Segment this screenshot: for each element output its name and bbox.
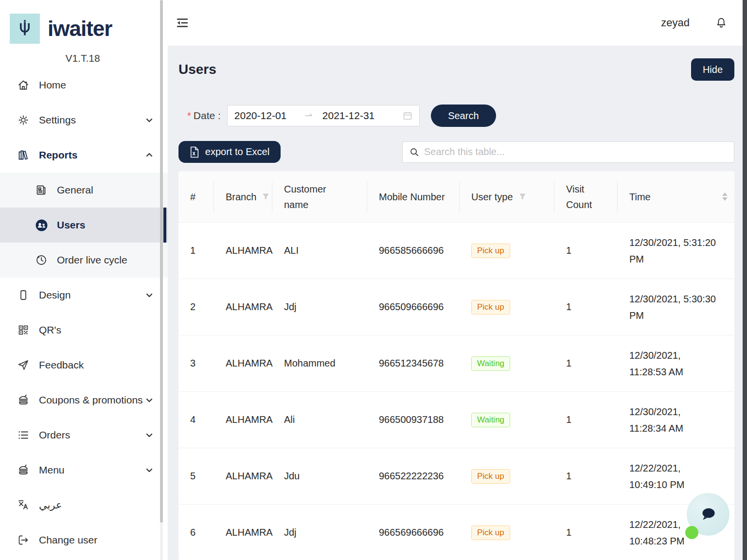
sidebar-scrollbar[interactable] (160, 0, 163, 523)
hide-button[interactable]: Hide (691, 58, 734, 81)
column-header-customer-name: Customer name (272, 171, 367, 222)
chevron-down-icon (145, 396, 153, 404)
table-row: 5 ALHAMRA Jdu 966522222236 Pick up 1 12/… (178, 448, 734, 505)
user-type-tag: Waiting (471, 413, 510, 427)
sidebar-item-change-user[interactable]: Change user (0, 523, 168, 558)
cell-branch: ALHAMRA (214, 301, 272, 313)
sidebar-item-users[interactable]: Users (0, 208, 168, 243)
users-table-card: # Branch Customer name Mobile Number Use… (178, 171, 734, 560)
range-arrow-icon (305, 113, 313, 119)
qr-icon (17, 324, 30, 336)
cell-user-type: Pick up (460, 244, 554, 258)
cell-index: 4 (178, 414, 214, 425)
column-header-index: # (178, 171, 214, 222)
sidebar-item-home[interactable]: Home (0, 68, 168, 103)
chevron-down-icon (145, 291, 153, 299)
main-area: zeyad Users Hide * Date : Sea (168, 0, 747, 560)
column-header-user-type: User type (460, 171, 554, 222)
cell-index: 3 (178, 358, 214, 369)
cell-mobile: 966522222236 (367, 471, 460, 482)
user-menu[interactable]: zeyad (661, 17, 690, 29)
newspaper-icon (35, 184, 48, 196)
home-icon (17, 79, 30, 91)
cell-time: 12/30/2021, 5:31:20 PM (618, 234, 734, 267)
search-button[interactable]: Search (431, 105, 496, 127)
column-header-time: Time (618, 171, 734, 222)
required-asterisk: * (187, 110, 191, 122)
sidebar-item-order-live-cycle[interactable]: Order live cycle (0, 243, 168, 278)
cell-customer: Jdj (272, 527, 367, 538)
table-row: 4 ALHAMRA Ali 966500937188 Waiting 1 12/… (178, 392, 734, 448)
sidebar-item-reports[interactable]: Reports (0, 138, 168, 173)
filter-funnel-icon[interactable] (519, 193, 526, 200)
clock-icon (35, 254, 48, 266)
cell-user-type: Pick up (460, 469, 554, 484)
user-type-tag: Pick up (471, 244, 510, 258)
cell-time: 12/30/2021, 11:28:34 AM (618, 403, 734, 437)
date-from-input[interactable] (234, 110, 295, 122)
column-header-mobile-number: Mobile Number (367, 171, 460, 222)
column-header-visit-count: Visit Count (554, 171, 618, 222)
cell-user-type: Waiting (460, 413, 554, 427)
sidebar-item-label: Users (57, 219, 153, 231)
chat-widget[interactable] (687, 493, 729, 536)
sidebar-item-arabic-language[interactable]: عربي (0, 488, 168, 523)
filter-funnel-icon[interactable] (262, 193, 269, 200)
sidebar-item-orders[interactable]: Orders (0, 418, 168, 453)
sidebar-item-feedback[interactable]: Feedback (0, 348, 168, 383)
menu-fold-icon[interactable] (176, 16, 189, 30)
export-excel-button[interactable]: export to Excel (178, 141, 281, 163)
books-icon (17, 149, 30, 161)
cell-time: 12/22/2021, 10:49:10 PM (618, 460, 734, 493)
page-scrollbar[interactable] (743, 0, 747, 560)
sidebar-item-menu[interactable]: Menu (0, 453, 168, 488)
sidebar-item-label: Change user (39, 534, 153, 546)
cell-customer: Ali (272, 414, 367, 425)
sort-carets-icon[interactable] (722, 192, 728, 201)
sidebar-item-design[interactable]: Design (0, 278, 168, 313)
gear-icon (17, 114, 30, 126)
online-status-dot (685, 526, 698, 539)
table-search-input[interactable] (424, 146, 727, 158)
table-search-box[interactable] (402, 141, 734, 163)
cell-customer: Jdj (272, 301, 367, 313)
calendar-icon[interactable] (403, 111, 412, 121)
cell-user-type: Waiting (460, 356, 554, 371)
sidebar-item-coupons-promotions[interactable]: Coupons & promotions (0, 383, 168, 418)
chat-bubble-icon (696, 502, 720, 526)
cell-user-type: Pick up (460, 525, 554, 540)
chevron-down-icon (145, 431, 153, 439)
user-type-tag: Pick up (471, 525, 510, 540)
user-type-tag: Pick up (471, 300, 510, 315)
page-content: Users Hide * Date : Search (168, 58, 747, 560)
cell-index: 5 (178, 471, 214, 482)
cell-visits: 1 (554, 358, 618, 369)
cell-visits: 1 (554, 301, 618, 313)
sidebar-item-label: Feedback (39, 359, 153, 371)
sidebar: iwaiter V1.T.18 Home Settings Reports (0, 0, 168, 560)
cell-mobile: 966509666696 (367, 301, 460, 313)
page-title: Users (178, 62, 216, 77)
cell-visits: 1 (554, 471, 618, 482)
column-header-branch: Branch (214, 171, 272, 222)
notifications-bell-icon[interactable] (715, 17, 728, 29)
cell-customer: ALI (272, 245, 367, 256)
topbar: zeyad (168, 0, 747, 46)
cell-index: 2 (178, 301, 214, 313)
sidebar-item-label: Settings (39, 114, 145, 126)
cell-user-type: Pick up (460, 300, 554, 315)
cell-index: 1 (178, 245, 214, 256)
cell-visits: 1 (554, 414, 618, 425)
brand-logo[interactable]: iwaiter (10, 14, 112, 44)
date-range-picker[interactable] (227, 105, 420, 126)
app-version: V1.T.18 (0, 52, 165, 64)
search-icon (409, 147, 419, 157)
sidebar-item-general[interactable]: General (0, 173, 168, 208)
date-to-input[interactable] (322, 110, 383, 122)
sidebar-nav: Home Settings Reports (0, 68, 168, 558)
active-item-indicator (163, 208, 166, 243)
sidebar-item-qrs[interactable]: QR's (0, 313, 168, 348)
sidebar-item-settings[interactable]: Settings (0, 103, 168, 138)
sidebar-item-label: QR's (39, 324, 153, 336)
chevron-down-icon (145, 116, 153, 124)
